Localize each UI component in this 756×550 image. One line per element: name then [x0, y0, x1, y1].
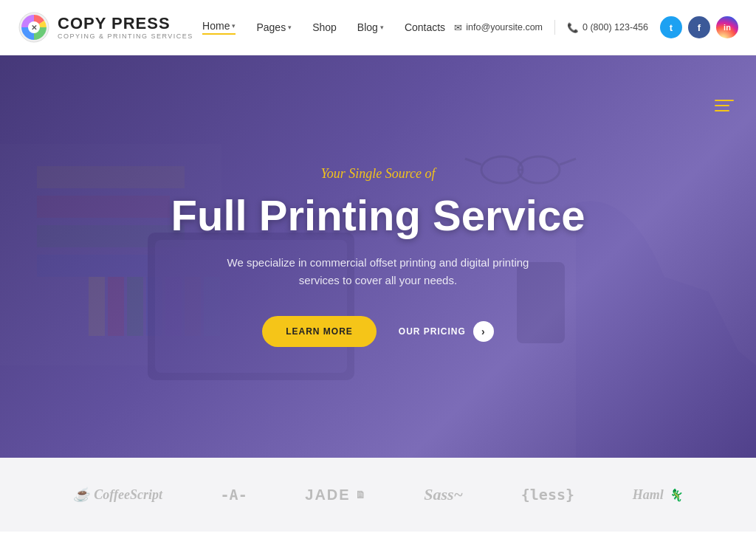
- social-icons: t f in: [660, 16, 738, 38]
- nav-home[interactable]: Home ▾: [202, 20, 236, 35]
- chevron-down-icon: ▾: [232, 22, 236, 30]
- jade-icon: 🗎: [355, 489, 366, 501]
- nav-pages[interactable]: Pages ▾: [256, 21, 292, 33]
- logo-icon: ✕: [18, 11, 50, 44]
- our-pricing-button[interactable]: OUR PRICING ›: [399, 321, 494, 342]
- instagram-icon: in: [724, 23, 731, 32]
- svg-text:✕: ✕: [31, 24, 37, 32]
- twitter-link[interactable]: t: [660, 16, 682, 38]
- hamburger-menu[interactable]: [715, 100, 734, 111]
- partner-jade: JADE🗎: [305, 487, 365, 503]
- hero-subtitle: Your Single Source of: [171, 166, 585, 182]
- instagram-link[interactable]: in: [716, 16, 738, 38]
- hero-description: We specialize in commercial offset print…: [223, 254, 533, 289]
- chevron-down-icon: ▾: [380, 24, 384, 31]
- learn-more-button[interactable]: LEARN MORE: [262, 316, 377, 347]
- logo-title: COPY PRESS: [58, 15, 193, 32]
- facebook-icon: f: [698, 22, 701, 33]
- logo-subtitle: COPYING & PRINTING SERVICES: [58, 32, 193, 40]
- logo[interactable]: ✕ COPY PRESS COPYING & PRINTING SERVICES: [18, 11, 193, 44]
- email-link[interactable]: ✉ info@yoursite.com: [454, 22, 543, 33]
- chevron-down-icon: ▾: [288, 24, 292, 31]
- partner-haml: Haml🦎: [633, 487, 683, 503]
- partners-section: ☕ CoffeeScript -A- JADE🗎 Sass~ {less} Ha…: [0, 458, 756, 532]
- partner-less: {less}: [521, 486, 574, 503]
- hamburger-line-3: [715, 110, 729, 111]
- nav-blog[interactable]: Blog ▾: [357, 21, 384, 33]
- partner-sass: Sass~: [424, 485, 463, 504]
- phone-icon: 📞: [567, 22, 579, 33]
- partner-angular: -A-: [221, 486, 247, 503]
- hamburger-line-1: [715, 100, 734, 101]
- facebook-link[interactable]: f: [688, 16, 710, 38]
- hero-title: Full Printing Service: [171, 192, 585, 239]
- divider: [554, 20, 555, 35]
- nav-shop[interactable]: Shop: [312, 21, 337, 33]
- hero-content: Your Single Source of Full Printing Serv…: [157, 166, 600, 347]
- email-icon: ✉: [454, 22, 462, 33]
- haml-icon: 🦎: [668, 488, 683, 502]
- nav-contacts[interactable]: Contacts: [405, 21, 445, 33]
- coffeecup-icon: ☕: [73, 487, 89, 503]
- hero-actions: LEARN MORE OUR PRICING ›: [171, 316, 585, 347]
- contact-info: ✉ info@yoursite.com 📞 0 (800) 123-456: [454, 20, 648, 35]
- partner-coffeescript: ☕ CoffeeScript: [73, 487, 162, 503]
- header-right: ✉ info@yoursite.com 📞 0 (800) 123-456 t …: [454, 16, 738, 38]
- twitter-icon: t: [670, 22, 673, 33]
- arrow-right-icon: ›: [473, 321, 494, 342]
- hero-section: Your Single Source of Full Printing Serv…: [0, 55, 756, 458]
- phone-link[interactable]: 📞 0 (800) 123-456: [567, 22, 648, 33]
- hamburger-line-2: [715, 105, 729, 106]
- main-nav: Home ▾ Pages ▾ Shop Blog ▾ Contacts: [202, 20, 445, 35]
- site-header: ✕ COPY PRESS COPYING & PRINTING SERVICES…: [0, 0, 756, 55]
